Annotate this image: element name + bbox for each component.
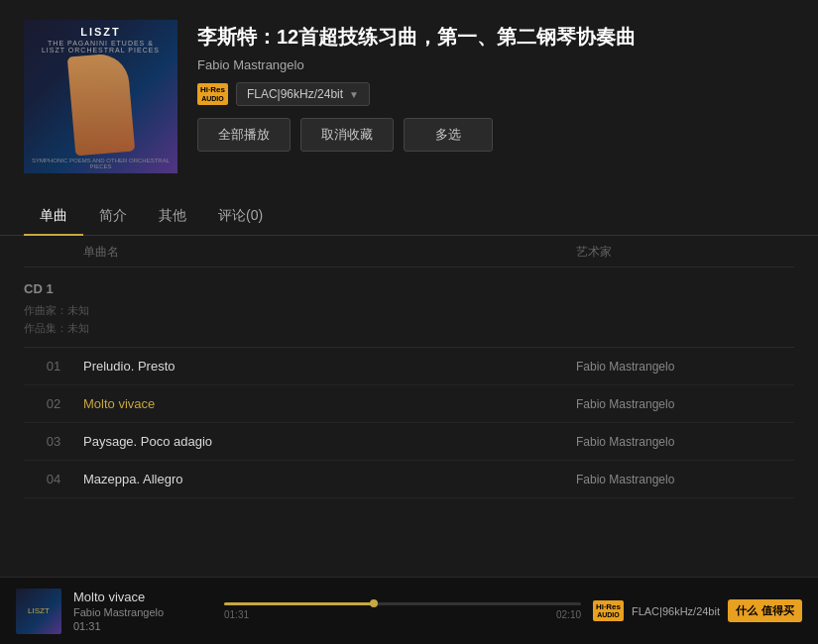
track-name: Mazeppa. Allegro [83,472,576,486]
track-artist: Fabio Mastrangelo [576,473,794,486]
player-progress-area: 01:31 02:10 [224,602,581,620]
player-hires-badge: Hi·Res AUDIO [593,600,624,622]
chevron-down-icon: ▼ [349,89,359,100]
progress-dot [370,599,378,607]
album-cover: LISZT THE PAGANINI ETUDES &LISZT ORCHEST… [24,20,177,173]
cover-subtitle: THE PAGANINI ETUDES &LISZT ORCHESTRAL PI… [24,40,177,54]
play-all-button[interactable]: 全部播放 [197,118,291,152]
cd-meta: 作曲家：未知 作品集：未知 [24,302,794,337]
player-track-title: Molto vivace [73,590,212,604]
tabs-bar: 单曲 简介 其他 评论(0) [0,197,818,236]
album-header: LISZT THE PAGANINI ETUDES &LISZT ORCHEST… [0,0,818,189]
format-dropdown[interactable]: FLAC|96kHz/24bit ▼ [236,82,370,106]
track-row[interactable]: 04 Mazeppa. Allegro Fabio Mastrangelo [24,461,794,498]
cover-figure [66,53,134,157]
track-num: 03 [24,434,83,449]
hires-badge: Hi·Res AUDIO [197,83,228,105]
track-name: Preludio. Presto [83,359,576,374]
album-artist: Fabio Mastrangelo [197,57,794,72]
track-row[interactable]: 01 Preludio. Presto Fabio Mastrangelo [24,348,794,385]
cd-label: CD 1 [24,277,794,300]
player-info: Molto vivace Fabio Mastrangelo 01:31 [73,590,212,632]
track-artist: Fabio Mastrangelo [576,397,794,411]
time-total: 02:10 [556,609,581,620]
progress-fill [224,602,374,605]
track-list: 单曲名 艺术家 CD 1 作曲家：未知 作品集：未知 01 Preludio. … [0,236,818,498]
tab-comments[interactable]: 评论(0) [202,197,279,235]
track-num: 04 [24,472,83,486]
track-artist: Fabio Mastrangelo [576,435,794,449]
quality-row: Hi·Res AUDIO FLAC|96kHz/24bit ▼ [197,82,794,106]
cd-section: CD 1 作曲家：未知 作品集：未知 [24,268,794,348]
player-format-text: FLAC|96kHz/24bit [632,605,720,617]
progress-times: 01:31 02:10 [224,609,581,620]
progress-bar[interactable] [224,602,581,605]
player-bar: LISZT Molto vivace Fabio Mastrangelo 01:… [0,577,818,644]
player-track-artist: Fabio Mastrangelo [73,606,212,618]
track-row[interactable]: 03 Paysage. Poco adagio Fabio Mastrangel… [24,423,794,461]
track-name: Paysage. Poco adagio [83,434,576,449]
cover-bottom-text: SYMPHONIC POEMS AND OTHER ORCHESTRAL PIE… [24,158,177,169]
format-label: FLAC|96kHz/24bit [247,87,343,101]
composer-text: 作曲家：未知 [24,302,794,320]
tab-other[interactable]: 其他 [143,197,202,235]
tab-intro[interactable]: 简介 [83,197,143,235]
header-num-col [24,244,83,261]
header-artist-col: 艺术家 [576,244,794,261]
track-row[interactable]: 02 Molto vivace Fabio Mastrangelo [24,385,794,423]
album-info: 李斯特：12首超技练习曲，第一、第二钢琴协奏曲 Fabio Mastrangel… [197,20,794,173]
track-num: 01 [24,359,83,374]
track-name-active: Molto vivace [83,396,576,411]
track-list-header: 单曲名 艺术家 [24,236,794,268]
watermark-badge: 什么 值得买 [728,599,802,622]
track-artist: Fabio Mastrangelo [576,360,794,374]
track-num: 02 [24,396,83,411]
player-time-current: 01:31 [73,620,212,632]
player-thumbnail: LISZT [16,589,61,634]
work-text: 作品集：未知 [24,320,794,338]
action-buttons: 全部播放 取消收藏 多选 [197,118,794,152]
multiselect-button[interactable]: 多选 [404,118,493,152]
uncollect-button[interactable]: 取消收藏 [300,118,394,152]
watermark-prefix: 什么 [736,603,758,618]
cover-title: LISZT [24,26,177,38]
watermark-text: 值得买 [761,603,794,618]
time-current: 01:31 [224,609,249,620]
header-name-col: 单曲名 [83,244,576,261]
tab-tracks[interactable]: 单曲 [24,197,83,235]
album-title: 李斯特：12首超技练习曲，第一、第二钢琴协奏曲 [197,24,794,50]
player-right: Hi·Res AUDIO FLAC|96kHz/24bit 什么 值得买 [593,599,802,622]
